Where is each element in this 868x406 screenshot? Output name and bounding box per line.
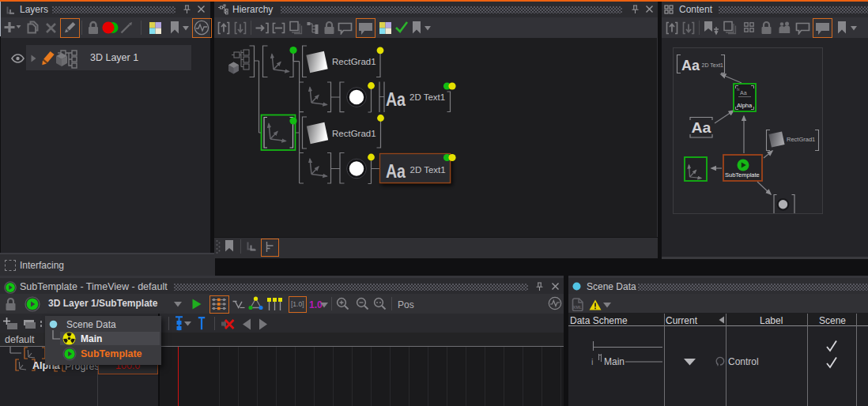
svg-text:Aa: Aa [386, 89, 406, 110]
svg-text:Aa: Aa [386, 161, 406, 182]
svg-text:RectGrad1: RectGrad1 [332, 129, 376, 138]
svg-text:Aa: Aa [740, 90, 747, 96]
svg-text:RectGrad1: RectGrad1 [787, 136, 815, 143]
svg-text:i: i [591, 357, 593, 367]
svg-text:2D Text1: 2D Text1 [409, 92, 445, 102]
svg-text:Aa: Aa [681, 58, 700, 73]
svg-text:2D Text1: 2D Text1 [702, 62, 724, 68]
svg-text:SubTemplate: SubTemplate [725, 171, 760, 179]
svg-text:Aa: Aa [692, 119, 711, 136]
svg-text:2D Text1: 2D Text1 [410, 165, 446, 175]
svg-text:RectGrad1: RectGrad1 [332, 57, 376, 66]
svg-text:Alpha: Alpha [737, 102, 753, 109]
svg-text:XML: XML [573, 305, 583, 310]
